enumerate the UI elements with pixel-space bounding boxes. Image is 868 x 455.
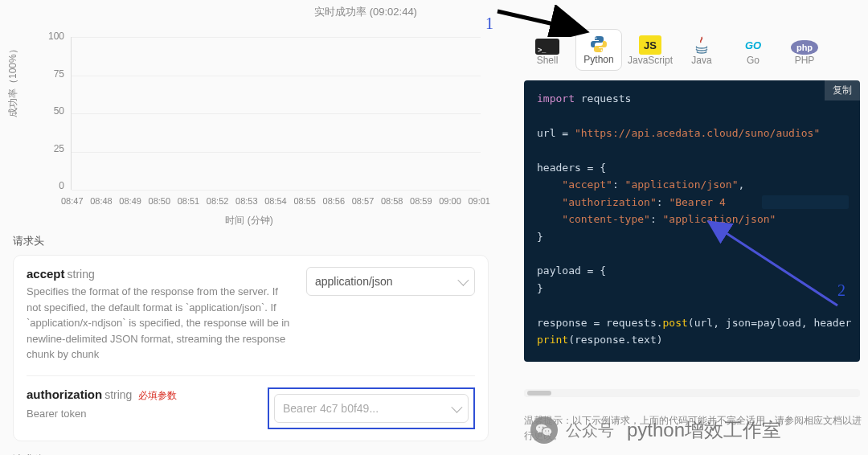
x-axis-label: 时间 (分钟) [8, 214, 490, 228]
param-accept-type: string [68, 268, 95, 281]
scrollbar-thumb[interactable] [527, 391, 551, 396]
svg-point-0 [596, 38, 597, 39]
request-headers-card: acceptstring Specifies the format of the… [13, 255, 489, 441]
tab-php[interactable]: php PHP [781, 35, 828, 71]
copy-button[interactable]: 复制 [825, 80, 860, 100]
y-axis-label: 成功率（100%） [6, 44, 20, 117]
tab-python[interactable]: Python [575, 29, 622, 71]
request-body-label: 请求体 [0, 453, 498, 456]
param-auth-name: authorization [27, 387, 102, 401]
param-auth-desc: Bearer token [27, 406, 255, 422]
language-tabs: Shell Python JS JavaScript Java GO Go ph… [498, 0, 868, 71]
code-sample-panel: 复制 import requests url = "https://api.ac… [524, 80, 860, 362]
x-ticks: 08:47 08:48 08:49 08:50 08:51 08:52 08:5… [61, 196, 490, 206]
chart-title: 实时成功率 (09:02:44) [0, 0, 498, 21]
chevron-down-icon [451, 401, 462, 412]
go-icon: GO [742, 35, 764, 55]
code-horizontal-scrollbar[interactable] [524, 389, 860, 397]
tab-java[interactable]: Java [678, 31, 725, 71]
tab-javascript[interactable]: JS JavaScript [627, 31, 674, 71]
annotation-2: 2 [837, 281, 845, 300]
footer-hint: 温馨提示：以下示例请求，上面的代码可能并不完全适用，请参阅相应文档以进行更改。 [524, 413, 862, 444]
code-content[interactable]: import requests url = "https://api.aceda… [524, 80, 860, 359]
python-icon [588, 35, 610, 54]
param-accept-desc: Specifies the format of the response fro… [27, 284, 293, 363]
redaction-bar [762, 195, 849, 209]
authorization-highlight-box: Bearer 4c7 b0f49... [268, 387, 475, 429]
tab-shell[interactable]: Shell [524, 34, 571, 71]
java-icon [690, 35, 713, 55]
accept-select[interactable]: application/json [306, 267, 475, 296]
param-auth-type: string [104, 388, 132, 401]
svg-point-1 [601, 50, 603, 51]
javascript-icon: JS [639, 35, 661, 55]
success-rate-chart: 成功率（100%） 100 75 50 25 0 08:47 08:48 08:… [8, 21, 490, 226]
y-ticks: 100 75 50 25 0 [32, 31, 64, 191]
annotation-1: 1 [485, 14, 493, 33]
request-headers-label: 请求头 [0, 234, 498, 248]
authorization-select[interactable]: Bearer 4c7 b0f49... [274, 394, 469, 423]
chevron-down-icon [457, 275, 469, 286]
required-badge: 必填参数 [138, 390, 177, 401]
shell-icon [535, 39, 559, 55]
param-accept-name: accept [27, 267, 65, 281]
tab-go[interactable]: GO Go [730, 31, 776, 71]
php-icon: php [791, 40, 818, 55]
